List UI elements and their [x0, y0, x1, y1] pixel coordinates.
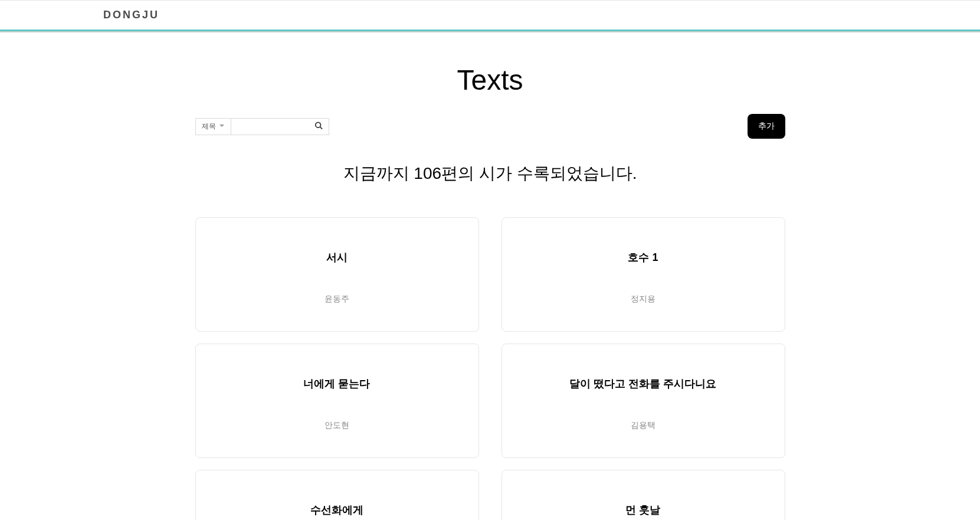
card-title: 달이 떴다고 전화를 주시다니요	[520, 377, 767, 391]
text-card[interactable]: 수선화에게	[195, 470, 479, 520]
text-card[interactable]: 호수 1 정지용	[502, 217, 785, 332]
chevron-down-icon	[219, 122, 225, 130]
text-card[interactable]: 달이 떴다고 전화를 주시다니요 김용택	[502, 344, 785, 458]
search-button[interactable]	[313, 120, 324, 133]
add-button[interactable]: 추가	[748, 114, 785, 139]
search-icon	[314, 122, 323, 132]
card-title: 너에게 묻는다	[214, 377, 461, 391]
brand-logo[interactable]: DONGJU	[0, 9, 980, 21]
card-title: 수선화에게	[214, 503, 461, 517]
text-card[interactable]: 너에게 묻는다 안도현	[195, 344, 479, 458]
search-input-wrap	[231, 119, 329, 135]
card-title: 먼 훗날	[520, 503, 767, 517]
cards-grid: 서시 윤동주 호수 1 정지용 너에게 묻는다 안도현 달이 떴다고 전화를 주…	[195, 217, 785, 520]
summary-text: 지금까지 106편의 시가 수록되었습니다.	[195, 162, 785, 185]
card-author: 정지용	[520, 294, 767, 305]
filter-select[interactable]: 제목	[196, 119, 231, 135]
controls-row: 제목 추가	[195, 114, 785, 139]
filter-label: 제목	[202, 122, 216, 132]
svg-line-1	[320, 127, 322, 129]
text-card[interactable]: 서시 윤동주	[195, 217, 479, 332]
main-container: Texts 제목	[183, 64, 797, 520]
card-author: 안도현	[214, 420, 461, 431]
search-group: 제목	[195, 118, 329, 135]
header: DONGJU	[0, 1, 980, 31]
page-title: Texts	[195, 64, 785, 96]
card-author: 김용택	[520, 420, 767, 431]
card-title: 서시	[214, 250, 461, 264]
card-author: 윤동주	[214, 294, 461, 305]
card-title: 호수 1	[520, 250, 767, 264]
text-card[interactable]: 먼 훗날	[502, 470, 785, 520]
svg-point-0	[315, 122, 320, 127]
